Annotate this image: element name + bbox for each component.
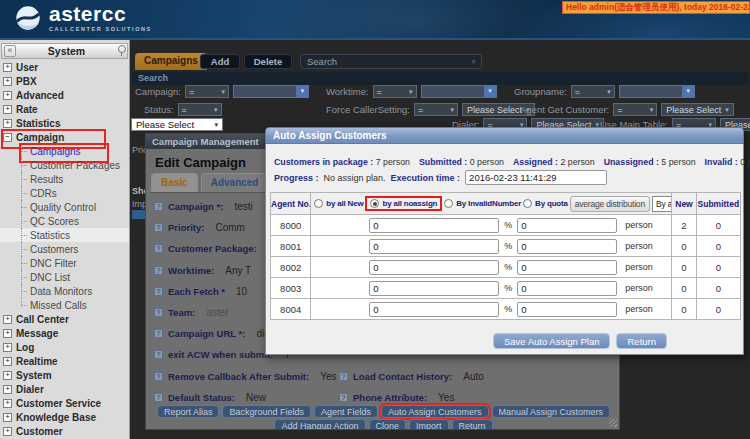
add-hangup-action-button[interactable]: Add Hangup Action: [274, 419, 365, 430]
radio-icon[interactable]: [370, 199, 379, 208]
sidebar-item-quality-control[interactable]: Quality Control: [0, 200, 129, 214]
sidebar-item-statistics[interactable]: Statistics: [0, 228, 129, 242]
search-combobox[interactable]: ▼: [619, 85, 695, 98]
operator-select[interactable]: =▾: [414, 103, 458, 116]
sidebar-item-advanced[interactable]: +Advanced: [0, 88, 129, 102]
expander-icon[interactable]: −: [3, 133, 12, 142]
resize-grip-icon[interactable]: [609, 419, 617, 427]
add-button[interactable]: Add: [200, 54, 240, 69]
expander-icon[interactable]: +: [3, 63, 12, 72]
help-icon[interactable]: ?: [154, 393, 163, 402]
sidebar-item-results[interactable]: Results: [0, 172, 129, 186]
quota-number-input[interactable]: [517, 239, 617, 254]
sidebar-item-campaigns[interactable]: Campaigns: [0, 144, 129, 158]
operator-select[interactable]: =▾: [178, 103, 222, 116]
please-select-dropdown[interactable]: Please Select▾: [661, 103, 734, 116]
sidebar-collapse-button[interactable]: «: [4, 45, 16, 57]
tab-campaigns[interactable]: Campaigns: [135, 53, 207, 70]
sidebar-item-log[interactable]: +Log: [0, 340, 129, 354]
average-distribution-button[interactable]: average distribution: [570, 196, 650, 212]
agent-fields-button[interactable]: Agent Fields: [314, 405, 378, 418]
import-button[interactable]: Import: [409, 419, 449, 430]
delete-button[interactable]: Delete: [244, 54, 292, 69]
help-icon[interactable]: ?: [339, 393, 348, 402]
dialog-titlebar[interactable]: Auto Assign Customers: [265, 127, 744, 144]
expander-icon[interactable]: +: [3, 385, 12, 394]
sidebar-item-call-center[interactable]: +Call Center: [0, 312, 129, 326]
search-combobox[interactable]: ▼: [421, 85, 497, 98]
sidebar-item-cdrs[interactable]: CDRs: [0, 186, 129, 200]
sidebar-item-customer[interactable]: +Customer: [0, 424, 129, 438]
sidebar-item-dialer[interactable]: +Dialer: [0, 382, 129, 396]
return-button[interactable]: Return: [616, 333, 667, 349]
operator-select[interactable]: =▾: [185, 85, 229, 98]
quota-percent-input[interactable]: [369, 239, 499, 254]
expander-icon[interactable]: +: [3, 105, 12, 114]
quota-percent-input[interactable]: [369, 281, 499, 296]
quota-number-input[interactable]: [517, 281, 617, 296]
report-alias-button[interactable]: Report Alias: [157, 405, 220, 418]
help-icon[interactable]: ?: [154, 266, 163, 275]
tab-basic[interactable]: Basic: [151, 173, 198, 192]
sidebar-item-system[interactable]: +System: [0, 368, 129, 382]
expander-icon[interactable]: +: [3, 343, 12, 352]
sidebar-item-knowledge-base[interactable]: +Knowledge Base: [0, 410, 129, 424]
quota-number-input[interactable]: [517, 260, 617, 275]
sidebar-item-user[interactable]: +User: [0, 60, 129, 74]
save-auto-assign-plan-button[interactable]: Save Auto Assign Plan: [493, 333, 611, 349]
help-icon[interactable]: ?: [154, 372, 163, 381]
help-icon[interactable]: ?: [154, 329, 163, 338]
operator-select[interactable]: =▾: [571, 85, 615, 98]
help-icon[interactable]: ?: [154, 223, 163, 232]
auto-assign-customers-button[interactable]: Auto Assign Customers: [381, 405, 489, 418]
search-combobox[interactable]: ▼: [233, 85, 309, 98]
expander-icon[interactable]: +: [3, 371, 12, 380]
sidebar-item-pbx[interactable]: +PBX: [0, 74, 129, 88]
help-icon[interactable]: ?: [154, 350, 163, 359]
sidebar-item-data-monitors[interactable]: Data Monitors: [0, 284, 129, 298]
expander-icon[interactable]: +: [3, 77, 12, 86]
sidebar-item-message[interactable]: +Message: [0, 326, 129, 340]
sidebar-item-customer-service[interactable]: +Customer Service: [0, 396, 129, 410]
radio-option-by-invalidnumber[interactable]: By InvalidNumber: [444, 199, 521, 208]
manual-assign-customers-button[interactable]: Manual Assign Customers: [492, 405, 611, 418]
sidebar-item-dnc-filter[interactable]: DNC Filter: [0, 256, 129, 270]
tab-advanced[interactable]: Advanced: [201, 173, 269, 192]
sidebar-item-campaign[interactable]: −Campaign: [0, 130, 129, 144]
sidebar-item-qc-scores[interactable]: QC Scores: [0, 214, 129, 228]
radio-option-by-quota[interactable]: By quota: [523, 199, 568, 208]
radio-icon[interactable]: [444, 199, 453, 208]
sidebar-item-customer-packages[interactable]: Customer Packages: [0, 158, 129, 172]
expander-icon[interactable]: +: [3, 329, 12, 338]
background-fields-button[interactable]: Background Fields: [222, 405, 311, 418]
expander-icon[interactable]: +: [3, 413, 12, 422]
radio-icon[interactable]: [314, 199, 323, 208]
help-icon[interactable]: ?: [339, 372, 348, 381]
quota-percent-input[interactable]: [369, 218, 499, 233]
help-icon[interactable]: ?: [154, 202, 163, 211]
sidebar-item-rate[interactable]: +Rate: [0, 102, 129, 116]
expander-icon[interactable]: +: [3, 119, 12, 128]
by-allagent-select[interactable]: By allAgent▾: [652, 196, 672, 212]
quota-percent-input[interactable]: [369, 302, 499, 317]
pin-icon[interactable]: [117, 45, 125, 57]
expander-icon[interactable]: +: [3, 427, 12, 436]
help-icon[interactable]: ?: [154, 244, 163, 253]
return-button[interactable]: Return: [452, 419, 493, 430]
sidebar-item-realtime[interactable]: +Realtime: [0, 354, 129, 368]
quota-number-input[interactable]: [517, 218, 617, 233]
expander-icon[interactable]: +: [3, 399, 12, 408]
please-select-dropdown[interactable]: Please Select▾: [131, 118, 223, 131]
help-icon[interactable]: ?: [154, 308, 163, 317]
sidebar-item-dnc-list[interactable]: DNC List: [0, 270, 129, 284]
search-box[interactable]: Search »: [300, 54, 482, 69]
expander-icon[interactable]: +: [3, 315, 12, 324]
sidebar-item-statistics[interactable]: +Statistics: [0, 116, 129, 130]
operator-select[interactable]: =▾: [613, 103, 657, 116]
collapse-arrows-icon[interactable]: »: [468, 59, 477, 63]
sidebar-item-customers[interactable]: Customers: [0, 242, 129, 256]
radio-option-by-all-noassign[interactable]: by all noassign: [365, 196, 442, 211]
radio-icon[interactable]: [523, 199, 532, 208]
expander-icon[interactable]: +: [3, 357, 12, 366]
radio-option-by-all-new[interactable]: by all New: [314, 199, 363, 208]
